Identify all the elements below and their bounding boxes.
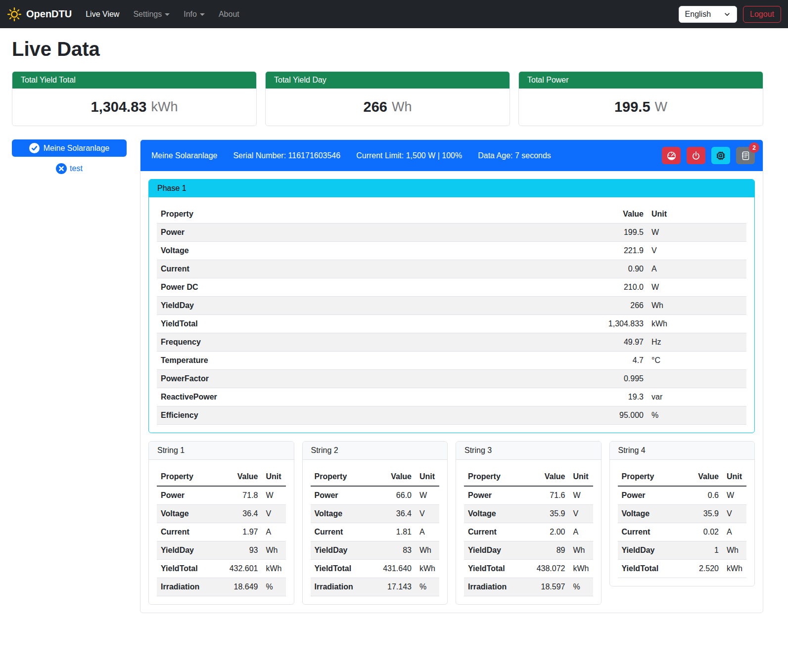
strings-row: String 1PropertyValueUnitPower71.8WVolta… xyxy=(148,441,755,605)
language-value: English xyxy=(685,10,711,19)
value-cell: 17.143 xyxy=(374,578,416,596)
value-cell: 35.9 xyxy=(681,505,723,523)
limit-settings-button[interactable] xyxy=(662,147,681,164)
property-cell: YieldTotal xyxy=(464,560,528,578)
string-data-table: PropertyValueUnitPower71.6WVoltage35.9VC… xyxy=(464,468,593,596)
unit-cell: °C xyxy=(648,352,746,370)
inverter-name: Meine Solaranlage xyxy=(151,151,217,160)
column-header-unit: Unit xyxy=(416,468,439,486)
string-panel-3: String 3PropertyValueUnitPower71.6WVolta… xyxy=(456,441,602,605)
table-row: Irradiation18.649% xyxy=(157,578,286,596)
value-cell: 36.4 xyxy=(221,505,262,523)
property-cell: YieldDay xyxy=(157,541,221,560)
nav-item-settings[interactable]: Settings xyxy=(126,6,177,23)
unit-cell: % xyxy=(648,406,746,425)
column-header-property: Property xyxy=(464,468,528,486)
string-panel-4: String 4PropertyValueUnitPower0.6WVoltag… xyxy=(609,441,755,586)
property-cell: Voltage xyxy=(311,505,374,523)
nav-item-label: About xyxy=(219,10,239,18)
value-cell: 2.00 xyxy=(528,523,569,541)
card-total-power: Total Power 199.5 W xyxy=(518,71,763,126)
card-unit: kWh xyxy=(151,99,178,115)
inverter-list-sidebar: Meine Solaranlage test xyxy=(12,139,127,174)
card-unit: Wh xyxy=(392,99,412,115)
table-row: Voltage36.4V xyxy=(311,505,440,523)
value-cell: 35.9 xyxy=(528,505,569,523)
string-panel-1: String 1PropertyValueUnitPower71.8WVolta… xyxy=(148,441,294,605)
unit-cell: kWh xyxy=(262,560,286,578)
string-panel-body: PropertyValueUnitPower71.8WVoltage36.4VC… xyxy=(149,460,294,604)
restart-button[interactable] xyxy=(711,147,730,164)
property-cell: Current xyxy=(464,523,528,541)
table-row: YieldTotal432.601kWh xyxy=(157,560,286,578)
chevron-down-icon xyxy=(165,13,170,16)
string-table-body: Power66.0WVoltage36.4VCurrent1.81AYieldD… xyxy=(311,486,440,596)
property-cell: Voltage xyxy=(157,242,583,260)
value-cell: 66.0 xyxy=(374,486,416,505)
page-content: Live Data Total Yield Total 1,304.83 kWh… xyxy=(0,28,788,625)
table-row: Power71.6W xyxy=(464,486,593,505)
inverter-card-header: Meine Solaranlage Serial Number: 1161716… xyxy=(140,140,763,171)
string-panel-title: String 3 xyxy=(456,442,601,460)
card-body: 266 Wh xyxy=(266,89,510,126)
card-body: 1,304.83 kWh xyxy=(12,89,256,126)
table-row: PowerFactor0.995 xyxy=(157,370,746,388)
unit-cell: V xyxy=(569,505,593,523)
value-cell: 4.7 xyxy=(583,352,648,370)
value-cell: 0.02 xyxy=(681,523,723,541)
card-value: 199.5 xyxy=(614,99,650,115)
cpu-icon xyxy=(715,150,726,161)
value-cell: 49.97 xyxy=(583,333,648,352)
brand-label: OpenDTU xyxy=(26,8,72,20)
page-title: Live Data xyxy=(12,38,763,60)
table-row: Current0.02A xyxy=(618,523,747,541)
property-cell: Current xyxy=(157,260,583,278)
speedometer-icon xyxy=(666,150,677,161)
phase-table-body: Power199.5WVoltage221.9VCurrent0.90APowe… xyxy=(157,224,746,425)
table-header-row: PropertyValueUnit xyxy=(157,468,286,486)
nav-item-live-view[interactable]: Live View xyxy=(79,6,126,23)
inverter-item-test[interactable]: test xyxy=(56,163,83,174)
unit-cell: W xyxy=(262,486,286,505)
table-row: Current0.90A xyxy=(157,260,746,278)
column-header-property: Property xyxy=(157,468,221,486)
table-row: YieldTotal1,304.833kWh xyxy=(157,315,746,333)
card-value: 1,304.83 xyxy=(91,99,147,115)
table-row: Current2.00A xyxy=(464,523,593,541)
inverter-card: Meine Solaranlage Serial Number: 1161716… xyxy=(140,139,763,613)
column-header-unit: Unit xyxy=(723,468,746,486)
navbar-right: English Logout xyxy=(679,6,781,23)
table-row: Voltage36.4V xyxy=(157,505,286,523)
property-cell: YieldDay xyxy=(618,541,682,560)
unit-cell: Wh xyxy=(262,541,286,560)
language-select[interactable]: English xyxy=(679,6,737,23)
x-circle-icon xyxy=(56,163,67,174)
unit-cell: A xyxy=(648,260,746,278)
unit-cell: kWh xyxy=(569,560,593,578)
property-cell: YieldDay xyxy=(311,541,374,560)
unit-cell: W xyxy=(648,224,746,242)
sun-icon xyxy=(7,7,22,22)
brand-link[interactable]: OpenDTU xyxy=(7,7,72,22)
property-cell: Irradiation xyxy=(464,578,528,596)
power-button[interactable] xyxy=(687,147,705,164)
inverter-select-label: Meine Solaranlage xyxy=(44,144,109,153)
event-log-button[interactable]: 2 xyxy=(736,147,755,164)
value-cell: 1.81 xyxy=(374,523,416,541)
property-cell: Power xyxy=(311,486,374,505)
string-panel-body: PropertyValueUnitPower66.0WVoltage36.4VC… xyxy=(303,460,448,604)
table-row: Power199.5W xyxy=(157,224,746,242)
property-cell: Power DC xyxy=(157,278,583,297)
inverter-select-button[interactable]: Meine Solaranlage xyxy=(12,139,127,157)
property-cell: Current xyxy=(311,523,374,541)
property-cell: Power xyxy=(464,486,528,505)
string-panel-2: String 2PropertyValueUnitPower66.0WVolta… xyxy=(302,441,448,605)
nav-item-about[interactable]: About xyxy=(212,6,246,23)
property-cell: Current xyxy=(157,523,221,541)
value-cell: 1 xyxy=(681,541,723,560)
card-title: Total Power xyxy=(519,72,763,89)
table-row: Power66.0W xyxy=(311,486,440,505)
logout-button[interactable]: Logout xyxy=(743,6,781,23)
property-cell: Power xyxy=(157,224,583,242)
nav-item-info[interactable]: Info xyxy=(177,6,212,23)
